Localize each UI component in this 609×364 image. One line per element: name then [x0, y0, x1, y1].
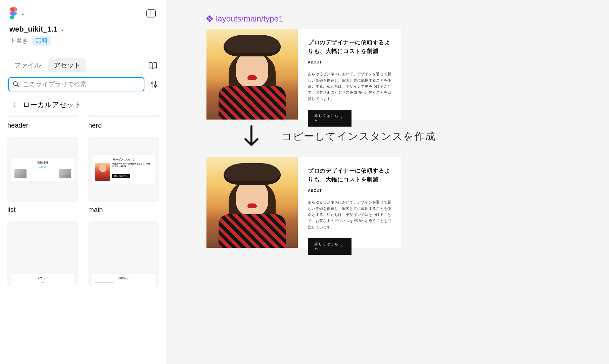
thumb-news-title: お知らせ [118, 276, 129, 280]
asset-label: header [7, 122, 78, 129]
panel-toggle-button[interactable] [145, 8, 157, 18]
layout-image [206, 157, 298, 248]
svg-rect-12 [210, 17, 213, 20]
panel-tabs: ファイル アセット [0, 52, 167, 77]
layout-image [206, 29, 298, 120]
chevron-right-icon: 〉 [341, 244, 345, 249]
asset-thumb [88, 115, 159, 118]
layout-text-block: プロのデザイナーに依頼するよりも、大幅にコストを削減 ABOUT あらゆるビジネ… [308, 157, 401, 248]
draft-label: 下書き [9, 36, 29, 45]
layout-cta-label: 詳しくはこちら [315, 242, 341, 251]
book-icon [148, 61, 157, 70]
search-row [0, 77, 167, 97]
svg-rect-1 [147, 10, 155, 17]
asset-card-list[interactable]: 会社情報 ABOUT ──────── list [7, 137, 78, 214]
arrow-down-icon [241, 124, 262, 148]
svg-point-4 [13, 82, 17, 86]
sidebar-toggle-icon [146, 9, 156, 18]
thumb-menu-title: メニュー [37, 276, 48, 280]
canvas[interactable]: layouts/main/type1 プロのデザイナーに依頼するよりも、大幅にコ… [167, 0, 609, 364]
figma-logo-icon [9, 7, 17, 19]
chevron-right-icon: 〉 [341, 116, 345, 121]
search-field[interactable] [8, 77, 144, 91]
figma-menu[interactable]: ⌄ [9, 7, 25, 19]
instruction-text: コピーしてインスタンスを作成 [282, 130, 436, 143]
layout-subheading: ABOUT [308, 188, 393, 192]
file-title-button[interactable]: web_uikit_1.1 ⌄ [9, 25, 157, 34]
svg-rect-13 [208, 19, 212, 22]
toolbar-top: ⌄ [0, 0, 167, 23]
thumb-main-btn: 詳しくはこちら [112, 174, 130, 178]
asset-thumb: サービスについて プロのデザイナーに依頼するよりも、大幅にコストを削減 ────… [88, 137, 159, 202]
asset-label: main [88, 206, 159, 214]
sliders-icon [150, 80, 157, 88]
asset-thumb [7, 115, 78, 118]
free-badge[interactable]: 無料 [32, 36, 51, 46]
thumb-main-title: サービスについて [113, 158, 134, 162]
canvas-content: layouts/main/type1 プロのデザイナーに依頼するよりも、大幅にコ… [206, 14, 603, 248]
asset-thumb: メニュー ── ────── ────── [7, 221, 78, 286]
asset-card-menu[interactable]: メニュー ── ────── ────── [7, 221, 78, 286]
asset-card-main[interactable]: サービスについて プロのデザイナーに依頼するよりも、大幅にコストを削減 ────… [88, 137, 159, 214]
layout-body: あらゆるビジネスにおいて、デザインを通じて新しい価値を創造し、顧客と共に成長する… [308, 71, 393, 102]
layout-cta-button[interactable]: 詳しくはこちら 〉 [308, 110, 352, 127]
thumb-main-heading: プロのデザイナーに依頼するよりも、大幅にコストを削減 [112, 163, 152, 168]
layout-cta-button[interactable]: 詳しくはこちら 〉 [308, 238, 352, 255]
tab-file[interactable]: ファイル [9, 58, 46, 73]
asset-card-hero[interactable]: hero [88, 115, 159, 129]
layout-cta-label: 詳しくはこちら [315, 113, 341, 123]
file-title: web_uikit_1.1 [9, 25, 57, 34]
layout-heading: プロのデザイナーに依頼するよりも、大幅にコストを削減 [308, 167, 393, 184]
tab-assets[interactable]: アセット [48, 58, 86, 73]
file-header: web_uikit_1.1 ⌄ 下書き 無料 [0, 23, 167, 52]
local-assets-nav[interactable]: 〈 ローカルアセット [0, 97, 167, 115]
layout-heading: プロのデザイナーに依頼するよりも、大幅にコストを削減 [308, 38, 393, 55]
svg-line-5 [17, 85, 19, 87]
filter-button[interactable] [149, 80, 158, 89]
left-panel: ⌄ web_uikit_1.1 ⌄ 下書き 無料 ファイル アセット [0, 0, 167, 364]
layout-text-block: プロのデザイナーに依頼するよりも、大幅にコストを削減 ABOUT あらゆるビジネ… [308, 29, 401, 120]
component-path: layouts/main/type1 [216, 14, 283, 24]
component-icon [206, 15, 213, 22]
svg-point-8 [151, 82, 153, 84]
library-button[interactable] [148, 60, 158, 71]
asset-card-news[interactable]: お知らせ ── ───────────── ── ───────────── ─… [88, 221, 159, 286]
chevron-down-icon: ⌄ [61, 27, 65, 32]
asset-label: list [7, 206, 78, 214]
asset-grid: header hero 会社情報 ABOUT ──────── list [0, 115, 167, 286]
layout-subheading: ABOUT [308, 60, 393, 64]
thumb-list-title: 会社情報 [37, 161, 48, 165]
asset-label: hero [88, 122, 159, 129]
instruction-row: コピーしてインスタンスを作成 [241, 124, 603, 148]
asset-card-header[interactable]: header [7, 115, 78, 129]
local-assets-label: ローカルアセット [23, 100, 82, 109]
svg-point-9 [154, 85, 156, 87]
asset-thumb: お知らせ ── ───────────── ── ───────────── ─… [88, 221, 159, 286]
thumb-list-sub: ABOUT [39, 166, 46, 168]
chevron-down-icon: ⌄ [21, 11, 25, 16]
search-input[interactable] [23, 81, 140, 88]
search-icon [13, 81, 19, 88]
asset-thumb: 会社情報 ABOUT ──────── [7, 137, 78, 202]
chevron-left-icon: 〈 [9, 100, 16, 109]
layout-component-instance[interactable]: プロのデザイナーに依頼するよりも、大幅にコストを削減 ABOUT あらゆるビジネ… [206, 157, 401, 248]
layout-component-master[interactable]: プロのデザイナーに依頼するよりも、大幅にコストを削減 ABOUT あらゆるビジネ… [206, 29, 401, 120]
layout-body: あらゆるビジネスにおいて、デザインを通じて新しい価値を創造し、顧客と共に成長する… [308, 199, 393, 230]
component-label[interactable]: layouts/main/type1 [206, 14, 603, 24]
